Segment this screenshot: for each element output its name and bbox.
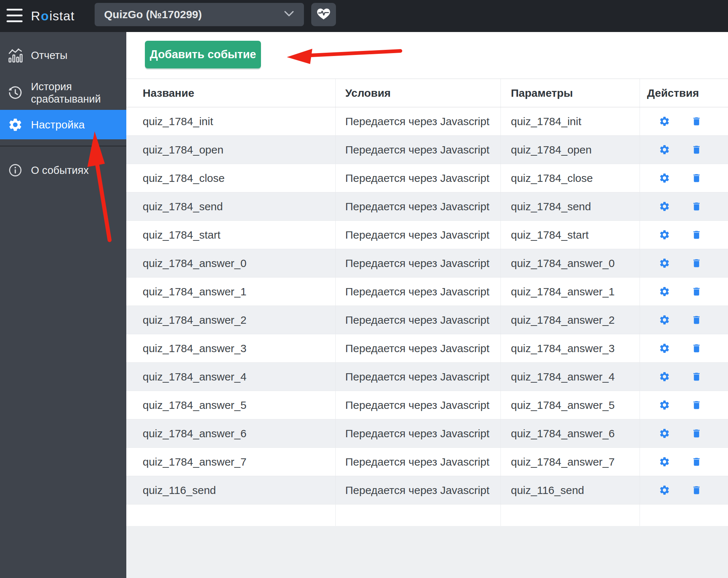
event-actions-cell	[640, 221, 728, 249]
event-name-cell: quiz_1784_close	[126, 164, 335, 192]
event-table-row: quiz_1784_answer_3 Передается через Java…	[126, 334, 728, 363]
main-content: Добавить событие Название Условия Параме…	[126, 32, 728, 578]
event-table-row: quiz_1784_answer_2 Передается через Java…	[126, 306, 728, 334]
event-name-cell: quiz_1784_answer_3	[126, 334, 335, 363]
event-params-cell: quiz_1784_answer_6	[500, 419, 640, 448]
column-header-conditions: Условия	[335, 79, 500, 107]
row-delete-trash-icon[interactable]	[691, 201, 702, 212]
event-actions-cell	[640, 107, 728, 136]
event-condition-cell: Передается через Javascript	[335, 334, 500, 363]
column-header-parameters: Параметры	[500, 79, 640, 107]
sidebar-nav: Отчеты История срабатываний Настройка	[0, 32, 126, 578]
row-delete-trash-icon[interactable]	[691, 229, 702, 240]
event-table-row: quiz_1784_send Передается через Javascri…	[126, 192, 728, 221]
row-delete-trash-icon[interactable]	[691, 485, 702, 496]
row-settings-gear-icon[interactable]	[659, 456, 670, 467]
event-actions-cell	[640, 164, 728, 192]
row-settings-gear-icon[interactable]	[659, 201, 670, 212]
add-event-button[interactable]: Добавить событие	[145, 41, 261, 68]
row-settings-gear-icon[interactable]	[659, 314, 670, 326]
event-params-cell: quiz_1784_answer_2	[500, 306, 640, 334]
sidebar-item-label: О событиях	[31, 164, 89, 176]
event-table-row: quiz_1784_start Передается через Javascr…	[126, 221, 728, 249]
row-delete-trash-icon[interactable]	[691, 144, 702, 155]
sidebar-item-history[interactable]: История срабатываний	[0, 73, 126, 113]
info-circle-icon	[8, 163, 23, 178]
row-settings-gear-icon[interactable]	[659, 485, 670, 496]
row-settings-gear-icon[interactable]	[659, 399, 670, 411]
event-condition-cell: Передается через Javascript	[335, 391, 500, 419]
event-condition-cell: Передается через Javascript	[335, 136, 500, 164]
row-settings-gear-icon[interactable]	[659, 343, 670, 354]
row-settings-gear-icon[interactable]	[659, 229, 670, 240]
event-params-cell: quiz_1784_answer_7	[500, 448, 640, 476]
event-name-cell: quiz_1784_init	[126, 107, 335, 136]
roistat-events-settings-page: Roistat QuizGo (№170299)	[0, 0, 728, 578]
roistat-logo: Roistat	[31, 0, 75, 32]
row-delete-trash-icon[interactable]	[691, 371, 702, 382]
chevron-down-icon	[284, 11, 294, 18]
row-settings-gear-icon[interactable]	[659, 116, 670, 127]
row-settings-gear-icon[interactable]	[659, 286, 670, 297]
event-table-row: quiz_1784_answer_5 Передается через Java…	[126, 391, 728, 419]
event-name-cell: quiz_1784_answer_7	[126, 448, 335, 476]
row-delete-trash-icon[interactable]	[691, 258, 702, 269]
sidebar-item-about-events[interactable]: О событиях	[0, 157, 126, 183]
row-settings-gear-icon[interactable]	[659, 371, 670, 382]
row-delete-trash-icon[interactable]	[691, 314, 702, 326]
event-params-cell: quiz_1784_close	[500, 164, 640, 192]
event-table-row: quiz_1784_open Передается через Javascri…	[126, 136, 728, 164]
row-settings-gear-icon[interactable]	[659, 144, 670, 155]
event-actions-cell	[640, 448, 728, 476]
logo-o-mark: o	[41, 9, 49, 23]
health-check-button[interactable]	[311, 3, 336, 26]
event-actions-cell	[640, 249, 728, 278]
events-table-header: Название Условия Параметры Действия	[126, 79, 728, 107]
history-clock-icon	[8, 85, 23, 101]
row-delete-trash-icon[interactable]	[691, 286, 702, 297]
top-bar: Roistat QuizGo (№170299)	[0, 0, 728, 32]
gear-icon	[8, 117, 23, 132]
events-table: Название Условия Параметры Действия quiz…	[126, 79, 728, 526]
event-params-cell: quiz_1784_answer_4	[500, 363, 640, 391]
event-name-cell: quiz_1784_answer_4	[126, 363, 335, 391]
sidebar-item-label: Отчеты	[31, 49, 67, 61]
event-name-cell: quiz_1784_answer_0	[126, 249, 335, 278]
event-condition-cell: Передается через Javascript	[335, 476, 500, 505]
event-params-cell: quiz_1784_answer_3	[500, 334, 640, 363]
sidebar-item-reports[interactable]: Отчеты	[0, 40, 126, 71]
project-selector-value: QuizGo (№170299)	[95, 8, 284, 21]
column-header-name: Название	[126, 79, 335, 107]
event-table-row: quiz_1784_close Передается через Javascr…	[126, 164, 728, 192]
event-table-row: quiz_1784_answer_0 Передается через Java…	[126, 249, 728, 278]
event-actions-cell	[640, 476, 728, 505]
row-delete-trash-icon[interactable]	[691, 172, 702, 184]
table-empty-row	[126, 505, 728, 526]
event-actions-cell	[640, 334, 728, 363]
event-name-cell: quiz_1784_answer_6	[126, 419, 335, 448]
event-actions-cell	[640, 136, 728, 164]
page-footer-area	[126, 526, 728, 578]
event-condition-cell: Передается через Javascript	[335, 448, 500, 476]
row-settings-gear-icon[interactable]	[659, 258, 670, 269]
event-actions-cell	[640, 419, 728, 448]
hamburger-menu-icon[interactable]	[7, 9, 23, 23]
sidebar-item-settings-active[interactable]: Настройка	[0, 110, 126, 139]
event-name-cell: quiz_1784_start	[126, 221, 335, 249]
event-params-cell: quiz_1784_open	[500, 136, 640, 164]
row-delete-trash-icon[interactable]	[691, 456, 702, 467]
project-selector-dropdown[interactable]: QuizGo (№170299)	[95, 3, 304, 26]
event-condition-cell: Передается через Javascript	[335, 278, 500, 306]
row-delete-trash-icon[interactable]	[691, 399, 702, 411]
row-delete-trash-icon[interactable]	[691, 343, 702, 354]
column-header-actions: Действия	[640, 79, 728, 107]
event-table-row: quiz_116_send Передается через Javascrip…	[126, 476, 728, 505]
row-settings-gear-icon[interactable]	[659, 172, 670, 184]
event-params-cell: quiz_1784_answer_1	[500, 278, 640, 306]
row-settings-gear-icon[interactable]	[659, 428, 670, 439]
row-delete-trash-icon[interactable]	[691, 428, 702, 439]
event-condition-cell: Передается через Javascript	[335, 164, 500, 192]
row-delete-trash-icon[interactable]	[691, 116, 702, 127]
event-condition-cell: Передается через Javascript	[335, 192, 500, 221]
event-params-cell: quiz_1784_send	[500, 192, 640, 221]
